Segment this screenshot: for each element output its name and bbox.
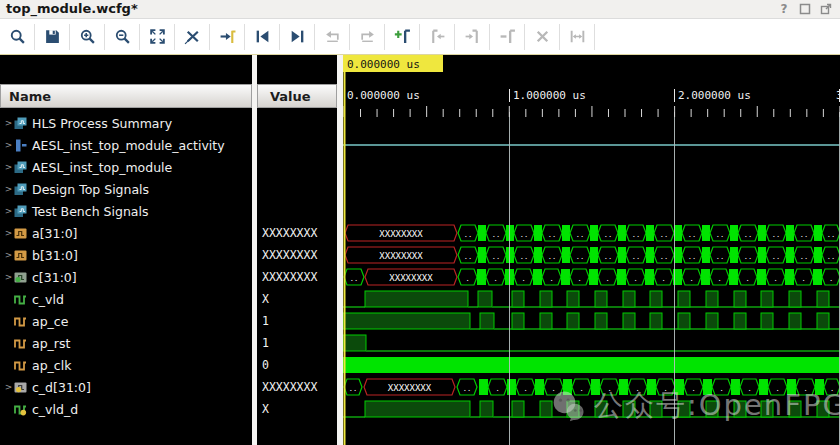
expand-arrow-icon[interactable]: > bbox=[3, 272, 14, 282]
expand-arrow-icon[interactable]: > bbox=[3, 382, 14, 392]
value-row-ap-clk: 0 bbox=[257, 354, 337, 376]
tree-row-c-d-31-0[interactable]: >c_d[31:0] bbox=[0, 376, 252, 398]
svg-text:XXXXXXXX: XXXXXXXX bbox=[379, 251, 423, 261]
remove-marker-icon bbox=[499, 28, 516, 45]
value-row-ap-ce: 1 bbox=[257, 310, 337, 332]
waveform-canvas[interactable]: XXXXXXXX............................XXXX… bbox=[343, 55, 840, 445]
previous-marker-button[interactable] bbox=[420, 24, 455, 50]
waveform-canvas-panel[interactable]: XXXXXXXX............................XXXX… bbox=[343, 55, 840, 445]
titlebar: top_module.wcfg* ? bbox=[0, 0, 840, 19]
tree-row-c-31-0[interactable]: >c[31:0] bbox=[0, 266, 252, 288]
svg-text:..: .. bbox=[688, 231, 696, 239]
tree-row-test-bench-signals[interactable]: >Test Bench Signals bbox=[0, 200, 252, 222]
svg-text:.: . bbox=[577, 275, 581, 283]
save-icon bbox=[44, 28, 61, 45]
name-column-header[interactable]: Name bbox=[0, 84, 252, 108]
ruler-label: 1.000000 us bbox=[513, 89, 586, 102]
add-marker-button[interactable] bbox=[385, 24, 420, 50]
fit-width-icon bbox=[569, 28, 586, 45]
jump-to-next-button[interactable] bbox=[350, 24, 385, 50]
group-icon bbox=[14, 183, 27, 196]
signal-label: AESL_inst_top_module bbox=[32, 160, 172, 175]
signal-label: c_vld_d bbox=[32, 402, 78, 417]
previous-transition-button[interactable] bbox=[245, 24, 280, 50]
value-list: XXXXXXXXXXXXXXXXXXXXXXXXX110XXXXXXXXX bbox=[257, 112, 337, 420]
svg-text:.: . bbox=[661, 275, 665, 283]
bus-orange-icon bbox=[14, 249, 27, 262]
value-row-aesl-inst-top-module bbox=[257, 156, 337, 178]
help-icon[interactable]: ? bbox=[778, 3, 790, 15]
value-row-c-vld-d: X bbox=[257, 398, 337, 420]
svg-text:..: .. bbox=[660, 253, 668, 261]
value-panel-gap bbox=[257, 55, 337, 84]
float-icon[interactable] bbox=[820, 3, 832, 15]
remove-marker-button[interactable] bbox=[490, 24, 525, 50]
tree-row-a-31-0[interactable]: >a[31:0] bbox=[0, 222, 252, 244]
svg-text:.: . bbox=[691, 385, 695, 393]
signal-label: ap_ce bbox=[32, 314, 68, 329]
svg-text:.: . bbox=[579, 385, 583, 393]
svg-text:..: .. bbox=[632, 231, 640, 239]
svg-text:.: . bbox=[633, 275, 637, 283]
tree-row-hls-process-summary[interactable]: >HLS Process Summary bbox=[0, 112, 252, 134]
svg-text:.: . bbox=[549, 275, 553, 283]
svg-text:..: .. bbox=[492, 231, 500, 239]
tree-row-ap-ce[interactable]: ap_ce bbox=[0, 310, 252, 332]
tree-row-c-vld[interactable]: c_vld bbox=[0, 288, 252, 310]
window-controls: ? bbox=[778, 3, 832, 15]
svg-text:.: . bbox=[775, 385, 779, 393]
maximize-icon[interactable] bbox=[799, 3, 811, 15]
expand-arrow-icon[interactable]: > bbox=[3, 206, 14, 216]
name-header-label: Name bbox=[9, 89, 51, 104]
signal-label: c[31:0] bbox=[32, 270, 77, 285]
marker-right-icon bbox=[464, 28, 481, 45]
value-column-header[interactable]: Value bbox=[257, 84, 337, 108]
save-configuration-button[interactable] bbox=[35, 24, 70, 50]
snap-to-transition-off-button[interactable] bbox=[175, 24, 210, 50]
signal-label: c_d[31:0] bbox=[32, 380, 91, 395]
svg-text:..: .. bbox=[772, 253, 780, 261]
jump-to-previous-button[interactable] bbox=[315, 24, 350, 50]
delete-button[interactable] bbox=[525, 24, 560, 50]
scalar-orange-icon bbox=[14, 315, 27, 328]
search-icon bbox=[9, 28, 26, 45]
tree-row-aesl-inst-top-module-activity[interactable]: >AESL_inst_top_module_activity bbox=[0, 134, 252, 156]
expand-arrow-icon[interactable]: > bbox=[3, 162, 14, 172]
expand-arrow-icon[interactable]: > bbox=[3, 118, 14, 128]
expand-arrow-icon[interactable]: > bbox=[3, 228, 14, 238]
svg-text:..: .. bbox=[350, 275, 358, 283]
go-to-time-button[interactable] bbox=[210, 24, 245, 50]
tree-row-ap-clk[interactable]: ap_clk bbox=[0, 354, 252, 376]
expand-arrow-icon[interactable]: > bbox=[3, 140, 14, 150]
tree-row-aesl-inst-top-module[interactable]: >AESL_inst_top_module bbox=[0, 156, 252, 178]
zoom-to-range-button[interactable] bbox=[560, 24, 595, 50]
group-icon bbox=[14, 161, 27, 174]
expand-arrow-icon[interactable]: > bbox=[3, 184, 14, 194]
next-transition-button[interactable] bbox=[280, 24, 315, 50]
svg-text:..: .. bbox=[632, 253, 640, 261]
float-glyph bbox=[820, 3, 832, 15]
zoom-out-button[interactable] bbox=[105, 24, 140, 50]
svg-text:.: . bbox=[607, 385, 611, 393]
svg-text:..: .. bbox=[660, 231, 668, 239]
svg-text:..: .. bbox=[520, 253, 528, 261]
tree-row-b-31-0[interactable]: >b[31:0] bbox=[0, 244, 252, 266]
svg-text:XXXXXXXX: XXXXXXXX bbox=[379, 229, 423, 239]
signal-value-panel: Value XXXXXXXXXXXXXXXXXXXXXXXXX110XXXXXX… bbox=[257, 55, 337, 445]
tree-row-design-top-signals[interactable]: >Design Top Signals bbox=[0, 178, 252, 200]
cursor-time-label: 0.000000 us bbox=[347, 58, 420, 71]
svg-text:..: .. bbox=[827, 253, 835, 261]
svg-text:.: . bbox=[523, 385, 527, 393]
tree-row-ap-rst[interactable]: ap_rst bbox=[0, 332, 252, 354]
group-icon bbox=[14, 117, 27, 130]
find-button[interactable] bbox=[0, 24, 35, 50]
svg-text:..: .. bbox=[463, 385, 471, 393]
svg-text:..: .. bbox=[800, 253, 808, 261]
zoom-fit-button[interactable] bbox=[140, 24, 175, 50]
expand-arrow-icon[interactable]: > bbox=[3, 250, 14, 260]
name-panel-gap bbox=[0, 55, 252, 84]
next-marker-button[interactable] bbox=[455, 24, 490, 50]
zoom-in-button[interactable] bbox=[70, 24, 105, 50]
svg-text:..: .. bbox=[548, 253, 556, 261]
tree-row-c-vld-d[interactable]: c_vld_d bbox=[0, 398, 252, 420]
